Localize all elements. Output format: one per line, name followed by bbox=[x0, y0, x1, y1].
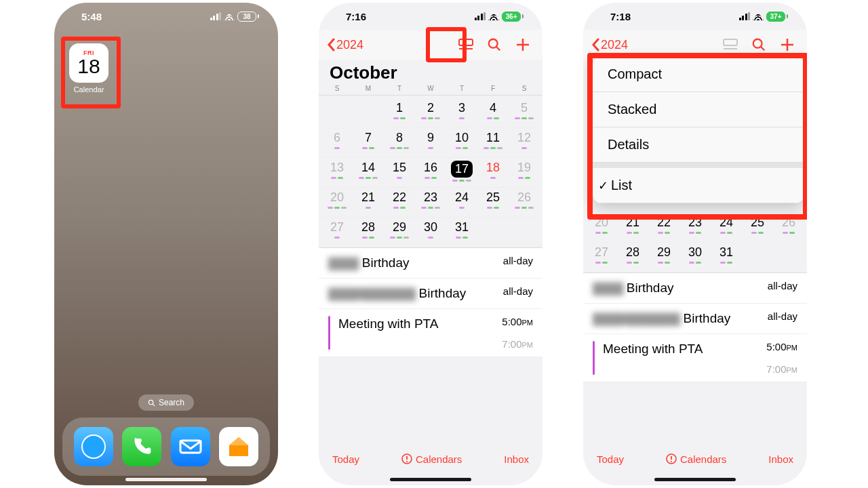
calendar-day[interactable]: 5 bbox=[509, 98, 540, 128]
calendar-day[interactable] bbox=[773, 243, 804, 272]
search-button[interactable] bbox=[483, 33, 506, 56]
svg-rect-19 bbox=[724, 39, 737, 45]
svg-line-22 bbox=[761, 47, 765, 51]
calendar-day[interactable]: 1 bbox=[384, 98, 415, 128]
calendar-day[interactable]: 10 bbox=[446, 128, 477, 158]
calendar-grid[interactable]: 1234567891011121314151617181920212223242… bbox=[319, 96, 542, 247]
calendar-day[interactable] bbox=[509, 218, 540, 247]
calendar-day[interactable]: 7 bbox=[353, 128, 384, 158]
calendar-day[interactable]: 21 bbox=[353, 188, 384, 218]
event-row[interactable]: ████ ███████ Birthdayall-day bbox=[319, 279, 542, 309]
calendar-day[interactable]: 12 bbox=[509, 128, 540, 158]
calendars-button[interactable]: Calendars bbox=[666, 453, 726, 465]
inbox-button[interactable]: Inbox bbox=[768, 453, 793, 465]
calendar-day[interactable]: 31 bbox=[446, 218, 477, 247]
calendar-day[interactable]: 6 bbox=[321, 128, 353, 158]
calendar-day[interactable]: 17 bbox=[446, 158, 477, 188]
calendar-day[interactable]: 16 bbox=[415, 158, 446, 188]
calendar-day[interactable]: 13 bbox=[321, 158, 353, 188]
calendar-day[interactable]: 14 bbox=[353, 158, 384, 188]
calendar-day[interactable]: 29 bbox=[384, 218, 415, 247]
calendar-day[interactable]: 8 bbox=[384, 128, 415, 158]
home-indicator[interactable] bbox=[125, 478, 207, 481]
wifi-icon bbox=[224, 12, 235, 20]
calendar-day[interactable]: 30 bbox=[415, 218, 446, 247]
calendar-day[interactable] bbox=[477, 218, 509, 247]
plus-icon bbox=[780, 37, 795, 52]
calendar-day[interactable]: 28 bbox=[617, 243, 648, 272]
today-button[interactable]: Today bbox=[597, 453, 624, 465]
svg-line-13 bbox=[496, 47, 500, 51]
alert-icon bbox=[666, 453, 677, 464]
calendar-day[interactable]: 4 bbox=[477, 98, 509, 128]
mail-icon[interactable] bbox=[171, 427, 210, 466]
dow-header: SMTWTFS bbox=[319, 85, 542, 96]
svg-point-27 bbox=[671, 461, 672, 462]
inbox-button[interactable]: Inbox bbox=[504, 453, 529, 465]
calendar-day[interactable] bbox=[321, 98, 353, 128]
svg-point-21 bbox=[753, 39, 762, 48]
event-row[interactable]: Meeting with PTA5:00PM7:00PM bbox=[319, 309, 542, 357]
calendar-day[interactable]: 27 bbox=[321, 218, 353, 247]
events-list[interactable]: ████ Birthdayall-day████ ███████ Birthda… bbox=[319, 247, 542, 357]
calendar-day[interactable] bbox=[353, 98, 384, 128]
annotation-highlight bbox=[61, 37, 121, 108]
home-indicator[interactable] bbox=[654, 478, 736, 481]
events-list[interactable]: ████ Birthdayall-day████ ███████ Birthda… bbox=[583, 272, 807, 382]
back-button[interactable]: 2024 bbox=[591, 38, 628, 52]
wifi-icon bbox=[753, 12, 764, 20]
chevron-left-icon bbox=[591, 38, 599, 52]
add-event-button[interactable] bbox=[511, 33, 534, 56]
phone-calendar-menu: 7:18 37+ 2024 202122232425262728293031 █… bbox=[583, 3, 807, 485]
calendar-day[interactable]: 20 bbox=[321, 188, 353, 218]
calendar-day[interactable]: 18 bbox=[477, 158, 509, 188]
calendar-footer: Today Calendars Inbox bbox=[319, 447, 542, 470]
calendars-button[interactable]: Calendars bbox=[401, 453, 462, 465]
today-button[interactable]: Today bbox=[332, 453, 359, 465]
home-indicator[interactable] bbox=[390, 478, 471, 481]
event-row[interactable]: ████ Birthdayall-day bbox=[583, 273, 807, 304]
plus-icon bbox=[515, 37, 530, 52]
calendar-day[interactable]: 23 bbox=[415, 188, 446, 218]
search-icon bbox=[148, 399, 155, 407]
alert-icon bbox=[401, 453, 412, 464]
calendar-day[interactable]: 9 bbox=[415, 128, 446, 158]
svg-line-1 bbox=[153, 403, 155, 405]
phone-calendar-month: 7:16 36+ 2024 October SMTWTFS 1234567891… bbox=[319, 3, 542, 485]
calendar-day[interactable]: 25 bbox=[477, 188, 509, 218]
safari-icon[interactable] bbox=[74, 427, 113, 466]
calendar-day[interactable]: 11 bbox=[477, 128, 509, 158]
svg-point-0 bbox=[149, 400, 153, 404]
wifi-icon bbox=[488, 12, 499, 20]
back-button[interactable]: 2024 bbox=[327, 38, 363, 52]
event-row[interactable]: Meeting with PTA5:00PM7:00PM bbox=[583, 334, 807, 382]
signal-icon bbox=[475, 12, 486, 20]
event-row[interactable]: ████ ███████ Birthdayall-day bbox=[583, 304, 807, 334]
home-app-icon[interactable] bbox=[219, 427, 258, 466]
event-row[interactable]: ████ Birthdayall-day bbox=[319, 248, 542, 279]
calendar-day[interactable]: 28 bbox=[353, 218, 384, 247]
calendar-day[interactable]: 19 bbox=[509, 158, 540, 188]
calendar-day[interactable]: 22 bbox=[384, 188, 415, 218]
calendar-day[interactable]: 29 bbox=[648, 243, 679, 272]
calendar-day[interactable]: 3 bbox=[446, 98, 477, 128]
calendar-day[interactable] bbox=[742, 243, 773, 272]
battery-icon: 36+ bbox=[502, 12, 524, 22]
calendar-day[interactable]: 2 bbox=[415, 98, 446, 128]
calendar-day[interactable]: 26 bbox=[509, 188, 540, 218]
calendar-day[interactable]: 24 bbox=[446, 188, 477, 218]
month-title: October bbox=[319, 60, 542, 85]
status-time: 7:16 bbox=[346, 11, 366, 22]
phone-icon[interactable] bbox=[122, 427, 161, 466]
battery-icon: 37+ bbox=[766, 12, 788, 22]
status-time: 5:48 bbox=[81, 11, 102, 22]
calendar-day[interactable]: 31 bbox=[711, 243, 742, 272]
spotlight-search[interactable]: Search bbox=[138, 394, 194, 411]
chevron-left-icon bbox=[327, 38, 335, 52]
signal-icon bbox=[210, 12, 222, 20]
calendar-day[interactable]: 27 bbox=[586, 243, 617, 272]
dock bbox=[62, 418, 270, 476]
calendar-day[interactable]: 30 bbox=[679, 243, 711, 272]
phone-home-screen: 5:48 38 FRI 18 Calendar Search bbox=[54, 3, 278, 485]
calendar-day[interactable]: 15 bbox=[384, 158, 415, 188]
